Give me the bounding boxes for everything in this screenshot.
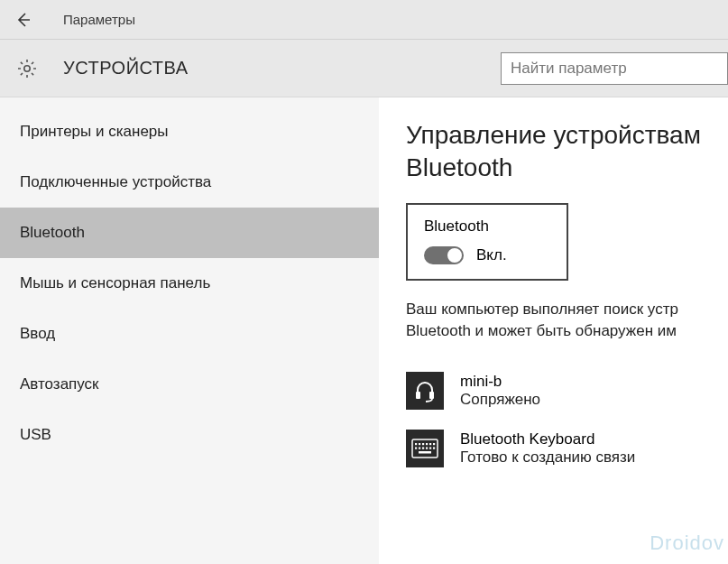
sidebar-item-autoplay[interactable]: Автозапуск <box>0 359 379 410</box>
svg-rect-2 <box>429 392 434 399</box>
content-heading: Управление устройствам Bluetooth <box>406 119 728 185</box>
device-name: mini-b <box>460 373 540 391</box>
status-line-1: Ваш компьютер выполняет поиск устр <box>406 300 678 318</box>
svg-rect-4 <box>415 443 417 445</box>
sidebar-item-printers[interactable]: Принтеры и сканеры <box>0 106 379 157</box>
watermark: Droidov <box>650 532 724 555</box>
back-button[interactable] <box>9 5 38 34</box>
svg-rect-5 <box>419 443 420 445</box>
bluetooth-toggle-box: Bluetooth Вкл. <box>406 203 568 281</box>
svg-rect-11 <box>419 448 420 449</box>
svg-rect-13 <box>426 448 428 449</box>
sidebar-item-bluetooth[interactable]: Bluetooth <box>0 208 379 258</box>
device-item-minib[interactable]: mini-b Сопряжено <box>406 372 728 410</box>
search-input[interactable] <box>501 52 728 85</box>
gear-icon <box>16 58 38 79</box>
device-status: Сопряжено <box>460 391 540 409</box>
svg-rect-7 <box>426 443 428 445</box>
device-name: Bluetooth Keyboard <box>460 430 635 448</box>
svg-rect-14 <box>429 448 431 449</box>
keyboard-icon <box>406 430 444 467</box>
status-text: Ваш компьютер выполняет поиск устр Bluet… <box>406 299 728 342</box>
sidebar-item-mouse[interactable]: Мышь и сенсорная панель <box>0 258 379 309</box>
device-status: Готово к созданию связи <box>460 448 635 467</box>
back-arrow-icon <box>14 11 32 29</box>
titlebar: Параметры <box>0 0 728 40</box>
svg-rect-1 <box>416 392 420 399</box>
sidebar-item-usb[interactable]: USB <box>0 410 379 460</box>
header-row: УСТРОЙСТВА <box>0 40 728 97</box>
toggle-knob-icon <box>447 248 462 263</box>
svg-rect-6 <box>422 443 424 445</box>
sidebar-item-connected-devices[interactable]: Подключенные устройства <box>0 157 379 208</box>
sidebar-item-input[interactable]: Ввод <box>0 309 379 359</box>
bluetooth-toggle[interactable] <box>424 246 464 264</box>
svg-rect-10 <box>415 448 417 449</box>
page-heading: УСТРОЙСТВА <box>63 58 189 79</box>
toggle-label: Bluetooth <box>424 217 550 236</box>
svg-rect-16 <box>419 451 431 454</box>
window-title: Параметры <box>63 12 135 27</box>
content-pane: Управление устройствам Bluetooth Bluetoo… <box>379 97 728 564</box>
status-line-2: Bluetooth и может быть обнаружен им <box>406 322 677 339</box>
sidebar: Принтеры и сканеры Подключенные устройст… <box>0 97 379 564</box>
svg-rect-9 <box>433 443 435 445</box>
svg-point-0 <box>24 65 30 70</box>
device-item-keyboard[interactable]: Bluetooth Keyboard Готово к созданию свя… <box>406 430 728 467</box>
svg-rect-15 <box>433 448 435 449</box>
headset-icon <box>406 372 444 410</box>
toggle-state: Вкл. <box>476 246 507 264</box>
svg-rect-8 <box>429 443 431 445</box>
svg-rect-12 <box>422 448 424 449</box>
